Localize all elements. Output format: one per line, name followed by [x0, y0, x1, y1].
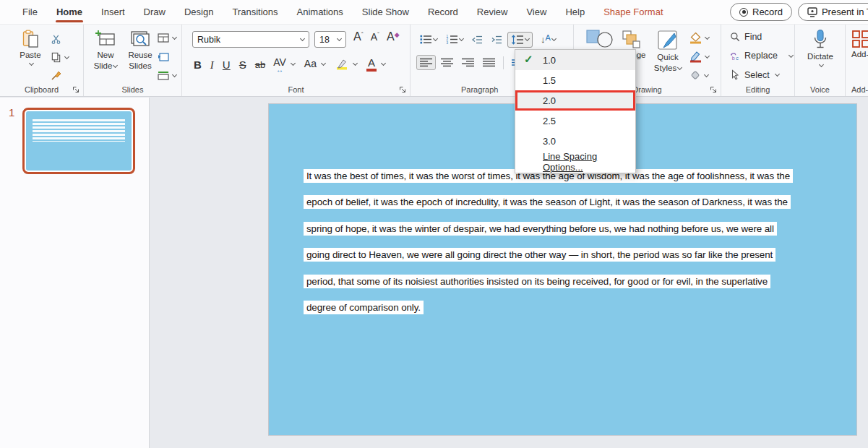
line-spacing-option-2.0[interactable]: 2.0: [515, 90, 635, 111]
justify-button[interactable]: [479, 55, 499, 70]
text-shadow-strike-button[interactable]: S: [235, 55, 251, 72]
font-size-select[interactable]: 18: [314, 31, 346, 48]
underline-button[interactable]: U: [218, 55, 235, 72]
bold-button[interactable]: B: [189, 55, 206, 72]
decrease-indent-button[interactable]: [468, 33, 486, 47]
shape-fill-button[interactable]: [689, 30, 709, 45]
svg-text:c: c: [736, 56, 739, 61]
shape-outline-button[interactable]: [689, 49, 709, 64]
replace-button[interactable]: b c Replace: [730, 51, 793, 61]
grow-font-button[interactable]: Aˆ: [350, 30, 367, 43]
copy-button[interactable]: [51, 50, 69, 64]
new-slide-button[interactable]: New Slide: [88, 30, 123, 71]
tab-help[interactable]: Help: [556, 0, 594, 24]
align-left-icon: [420, 58, 432, 67]
new-slide-icon: [95, 30, 116, 49]
paste-button[interactable]: Paste: [14, 30, 46, 66]
tab-draw[interactable]: Draw: [134, 0, 175, 24]
numbering-button[interactable]: 123: [442, 32, 467, 47]
slide-1-thumbnail[interactable]: [22, 108, 135, 174]
chevron-down-icon: [300, 36, 305, 41]
cut-button[interactable]: [51, 32, 61, 46]
slide-text-line[interactable]: spring of hope, it was the winter of des…: [304, 222, 777, 236]
line-spacing-option-label: 2.0: [543, 95, 556, 106]
find-button[interactable]: Find: [730, 32, 762, 42]
align-center-icon: [441, 58, 453, 67]
line-spacing-option-1.5[interactable]: 1.5: [515, 70, 635, 90]
align-center-button[interactable]: [437, 55, 457, 70]
line-spacing-option-1.0[interactable]: ✓ 1.0: [515, 50, 635, 70]
ribbon-group-addins: Add-i Add-i: [846, 25, 868, 96]
tab-insert[interactable]: Insert: [92, 0, 134, 24]
quick-styles-button[interactable]: Quick Styles: [650, 30, 685, 73]
chevron-down-icon: [677, 65, 682, 70]
tab-home[interactable]: Home: [47, 0, 92, 24]
increase-indent-button[interactable]: [488, 33, 506, 47]
line-spacing-option-label: 1.0: [543, 55, 556, 66]
shape-effects-button[interactable]: [689, 68, 708, 82]
increase-indent-icon: [491, 35, 502, 44]
find-icon: [730, 32, 740, 42]
add-ins-button[interactable]: Add-i: [851, 30, 868, 59]
tab-review[interactable]: Review: [468, 0, 517, 24]
slide-text-line[interactable]: epoch of belief, it was the epoch of inc…: [304, 195, 791, 209]
section-button[interactable]: [158, 68, 176, 82]
chevron-down-icon: [321, 60, 326, 65]
align-left-button[interactable]: [416, 55, 436, 70]
line-spacing-options-menu-item[interactable]: Line Spacing Options...: [515, 151, 635, 173]
reuse-slides-button[interactable]: Reuse Slides: [124, 30, 156, 71]
font-color-button[interactable]: A: [363, 56, 380, 72]
slide-layout-button[interactable]: [158, 30, 176, 45]
clipboard-dialog-launcher[interactable]: [72, 85, 80, 94]
chevron-down-icon: [433, 36, 438, 41]
chevron-down-icon: [172, 34, 177, 39]
clipboard-group-label: Clipboard: [0, 85, 83, 94]
format-painter-button[interactable]: [51, 68, 62, 82]
slide-text-line[interactable]: period, that some of its noisiest author…: [304, 275, 770, 288]
line-spacing-option-2.5[interactable]: 2.5: [515, 111, 635, 131]
slide-text-line[interactable]: going direct to Heaven, we were all goin…: [304, 248, 775, 262]
font-dialog-launcher[interactable]: [398, 85, 407, 94]
italic-button[interactable]: I: [206, 55, 218, 72]
replace-icon: b c: [730, 51, 740, 61]
dictate-button[interactable]: Dictate: [802, 29, 838, 68]
tab-view[interactable]: View: [517, 0, 556, 24]
tab-shape-format[interactable]: Shape Format: [594, 0, 672, 24]
section-icon: [158, 71, 169, 80]
clear-formatting-button[interactable]: A◆: [383, 30, 403, 43]
tab-transitions[interactable]: Transitions: [223, 0, 287, 24]
line-spacing-button[interactable]: [507, 32, 533, 48]
tab-file[interactable]: File: [13, 0, 47, 24]
character-spacing-button[interactable]: AV ↔: [270, 56, 290, 72]
text-direction-button[interactable]: ↓A: [537, 31, 559, 48]
ribbon-group-editing: Find b c Replace Select Editing: [721, 25, 795, 96]
align-right-icon: [462, 58, 474, 67]
select-icon: [730, 69, 740, 80]
ribbon-group-font: Rubik 18 Aˆ Aˇ A◆ B I U S ab AV ↔ Aa: [182, 25, 411, 96]
shrink-font-button[interactable]: Aˇ: [367, 31, 383, 43]
change-case-button[interactable]: Aa: [301, 58, 320, 69]
line-spacing-menu: ✓ 1.0 1.5 2.0 2.5 3.0 Line Spacing Optio…: [515, 49, 636, 173]
strikethrough-button[interactable]: ab: [251, 55, 270, 72]
bullets-button[interactable]: [416, 32, 441, 47]
reset-slide-button[interactable]: [158, 49, 169, 64]
tab-animations[interactable]: Animations: [288, 0, 353, 24]
record-button[interactable]: Record: [730, 3, 792, 21]
slide-text-line[interactable]: degree of comparison only.: [304, 301, 424, 314]
text-highlight-button[interactable]: [332, 58, 352, 70]
line-spacing-option-3.0[interactable]: 3.0: [515, 131, 635, 151]
drawing-dialog-launcher[interactable]: [709, 85, 718, 94]
present-in-teams-button[interactable]: Present in Tea: [798, 3, 868, 21]
font-name-select[interactable]: Rubik: [192, 31, 309, 48]
ribbon-group-voice: Dictate Voice: [795, 25, 846, 96]
chevron-down-icon: [381, 60, 386, 65]
tab-record[interactable]: Record: [418, 0, 468, 24]
copy-icon: [51, 52, 61, 63]
tab-slide-show[interactable]: Slide Show: [353, 0, 418, 24]
select-button[interactable]: Select: [730, 69, 779, 80]
bullets-icon: [420, 35, 432, 44]
tab-design[interactable]: Design: [175, 0, 223, 24]
quick-styles-label-2: Styles: [654, 64, 676, 72]
align-right-button[interactable]: [458, 55, 478, 70]
slide-canvas[interactable]: It was the best of times, it was the wor…: [150, 98, 868, 448]
